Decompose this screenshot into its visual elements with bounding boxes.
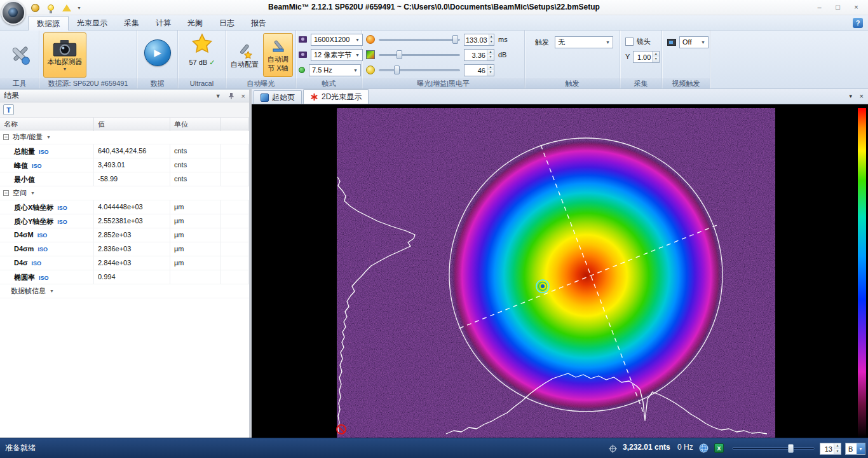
y-scale-spinbox[interactable]: 1.00 ▲▼ xyxy=(633,51,660,63)
ribbon-tab-beamdisplay[interactable]: 光束显示 xyxy=(69,16,116,31)
gain-slider-thumb[interactable] xyxy=(397,50,402,59)
palette-select[interactable]: B ▼ xyxy=(845,443,865,455)
pin-icon[interactable] xyxy=(227,92,235,100)
spinner-arrows[interactable]: ▲▼ xyxy=(652,52,659,62)
spinner-arrows[interactable]: ▲▼ xyxy=(487,50,494,60)
spinner-arrows[interactable]: ▲▼ xyxy=(487,65,494,76)
gold-disc-icon[interactable] xyxy=(29,2,41,13)
tab-home[interactable]: 起始页 xyxy=(254,90,302,104)
table-row-centroid-x[interactable]: 质心X轴坐标ISO 4.044448e+03 μm xyxy=(0,200,249,214)
group-label-trigger: 触发 xyxy=(525,78,620,88)
ribbon-tab-compute[interactable]: 计算 xyxy=(147,16,179,31)
column-header-unit[interactable]: 单位 xyxy=(170,118,221,131)
app-logo[interactable] xyxy=(1,1,25,25)
table-row-d4sigma-major[interactable]: D4σMISO 2.852e+03 μm xyxy=(0,228,249,242)
auto-x-scale-label-2: 节 X轴 xyxy=(268,64,288,72)
collapse-icon[interactable]: − xyxy=(3,190,9,196)
exposure-slider[interactable] xyxy=(379,34,460,45)
resolution-select[interactable]: 1600X1200 ▼ xyxy=(311,34,363,46)
exposure-spinbox[interactable]: 133.03 ▲▼ xyxy=(464,34,494,46)
panel-menu-icon[interactable]: ▼ xyxy=(215,93,221,99)
auto-x-scale-label-1: 自动调 xyxy=(268,55,288,63)
group-row-frame-info[interactable]: 数据帧信息 ▼ xyxy=(0,284,249,298)
panel-close-icon[interactable]: × xyxy=(241,92,245,100)
group-row-spatial[interactable]: − 空间 ▼ xyxy=(0,186,249,200)
table-row-ellipticity[interactable]: 椭圆率ISO 0.994 xyxy=(0,270,249,284)
pixel-depth-select[interactable]: 12 像素字节 ▼ xyxy=(311,49,363,61)
table-row-minimum[interactable]: 最小值 -58.99 cnts xyxy=(0,172,249,186)
results-settings-icon[interactable]: T xyxy=(3,104,14,115)
table-row-total-energy[interactable]: 总能量ISO 640,434,424.56 cnts xyxy=(0,144,249,158)
bulb-icon[interactable] xyxy=(45,2,57,13)
framerate-value: 7.5 Hz xyxy=(312,66,351,74)
minimize-button[interactable]: – xyxy=(810,1,829,13)
ribbon-tab-aperture[interactable]: 光阑 xyxy=(179,16,211,31)
ribbon-tab-log[interactable]: 日志 xyxy=(211,16,243,31)
zoom-spinbox[interactable]: 13 ▲▼ xyxy=(820,443,841,455)
tab-close-icon[interactable]: × xyxy=(860,92,864,100)
auto-setup-button[interactable]: 自动配置 xyxy=(229,33,260,77)
globe-icon[interactable] xyxy=(699,443,709,455)
ribbon-tab-report[interactable]: 报告 xyxy=(243,16,275,31)
local-detector-button[interactable]: 本地探测器 ▼ xyxy=(43,32,86,78)
trigger-select[interactable]: 无 ▼ xyxy=(555,36,613,48)
table-row-d4sigma[interactable]: D4σISO 2.844e+03 μm xyxy=(0,256,249,270)
qat-dropdown-icon[interactable]: ▼ xyxy=(77,6,81,10)
table-row-peak[interactable]: 峰值ISO 3,493.01 cnts xyxy=(0,158,249,172)
video-trigger-select[interactable]: Off ▼ xyxy=(679,36,709,48)
start-data-button[interactable]: ▶ xyxy=(144,39,171,66)
trigger-field-label: 触发 xyxy=(535,38,549,47)
resolution-value: 1600X1200 xyxy=(314,36,353,43)
lens-checkbox[interactable] xyxy=(625,38,634,46)
column-header-value[interactable]: 值 xyxy=(94,118,170,131)
group-row-power[interactable]: − 功率/能量 ▼ xyxy=(0,130,249,144)
iso-badge: ISO xyxy=(39,275,49,281)
tab-list-dropdown-icon[interactable]: ▼ xyxy=(848,94,853,99)
zoom-slider-thumb[interactable] xyxy=(788,444,794,453)
ribbon-group-exposure: 133.03 ▲▼ ms 3.36 ▲▼ dB 46 ▲▼ 曝光|增益|黑电平 xyxy=(362,31,525,88)
ribbon-tab-capture[interactable]: 采集 xyxy=(116,16,147,31)
results-panel-title: 结果 xyxy=(4,90,215,101)
group-label-ultracal: Ultracal xyxy=(178,78,226,88)
y-scale-label: Y xyxy=(625,53,630,60)
iso-badge: ISO xyxy=(32,260,42,267)
ribbon-group-ultracal: 57 dB ✓ Ultracal xyxy=(178,31,226,88)
group-label-source: 数据源: SP620U #659491 xyxy=(39,78,137,88)
results-panel-header[interactable]: 结果 ▼ × xyxy=(0,90,249,102)
spinner-arrows[interactable]: ▲▼ xyxy=(489,34,494,45)
maximize-button[interactable]: □ xyxy=(829,1,847,13)
close-button[interactable]: × xyxy=(847,1,865,13)
table-row-centroid-y[interactable]: 质心Y轴坐标ISO 2.552381e+03 μm xyxy=(0,214,249,228)
black-level-slider-thumb[interactable] xyxy=(394,66,400,74)
black-level-spinbox[interactable]: 46 ▲▼ xyxy=(464,64,494,76)
excel-export-icon[interactable]: X xyxy=(714,443,724,453)
framerate-select[interactable]: 7.5 Hz ▼ xyxy=(309,64,361,76)
black-level-slider[interactable] xyxy=(379,65,460,75)
beam-display[interactable] xyxy=(252,104,868,438)
gain-icon xyxy=(366,50,375,59)
table-row-d4sigma-minor[interactable]: D4σmISO 2.836e+03 μm xyxy=(0,242,249,256)
cursor-tool-icon[interactable] xyxy=(609,445,617,455)
exposure-slider-thumb[interactable] xyxy=(452,35,458,44)
warning-triangle-icon[interactable] xyxy=(61,2,72,13)
ultracal-button[interactable] xyxy=(191,33,213,57)
video-trigger-value: Off xyxy=(682,38,699,46)
tools-button[interactable] xyxy=(5,36,34,74)
group-label-data: 数据 xyxy=(137,78,177,88)
ribbon-tab-datasource[interactable]: 数据源 xyxy=(28,16,69,31)
ribbon-group-trigger: 触发 无 ▼ 触发 xyxy=(525,31,620,88)
gain-slider[interactable] xyxy=(379,50,460,60)
help-icon[interactable]: ? xyxy=(853,18,863,28)
collapse-icon[interactable]: − xyxy=(3,134,9,140)
tab-2d-beam-display[interactable]: 2D光束显示 xyxy=(303,89,369,104)
iso-badge: ISO xyxy=(37,232,48,239)
gain-spinbox[interactable]: 3.36 ▲▼ xyxy=(464,49,494,61)
beam-asterisk-icon xyxy=(310,93,318,101)
spinner-arrows[interactable]: ▲▼ xyxy=(834,443,841,454)
auto-x-scale-button[interactable]: 自动调 节 X轴 xyxy=(263,33,293,77)
column-header-name[interactable]: 名称 xyxy=(0,118,94,131)
panel-splitter[interactable] xyxy=(249,89,252,438)
zoom-slider[interactable] xyxy=(732,444,815,453)
group-label-capture: 采集 xyxy=(620,78,661,88)
palette-colorbar[interactable] xyxy=(858,108,866,438)
